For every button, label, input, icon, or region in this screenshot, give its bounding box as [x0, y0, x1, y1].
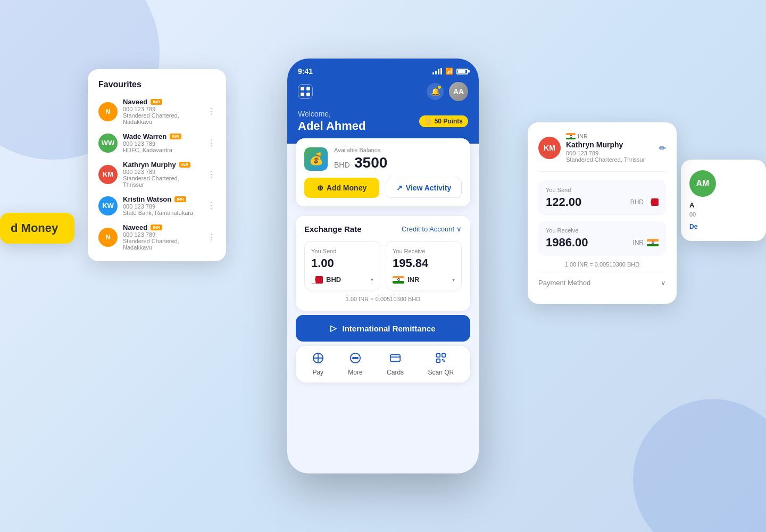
fav-item[interactable]: KM Kathryn Murphy INR 000 123 789 Stande…: [98, 161, 215, 188]
rd-user-avatar: KM: [538, 137, 561, 159]
balance-label: Available Balance: [334, 147, 462, 153]
pay-icon: [312, 352, 324, 367]
fav-name: Naveed: [123, 223, 147, 231]
menu-grid-icon[interactable]: [298, 84, 313, 99]
rd-you-send-value: 122.00: [546, 195, 581, 209]
fav-avatar: N: [98, 228, 118, 247]
bhd-flag-icon: [647, 198, 659, 206]
from-currency-selector[interactable]: BHD ▾: [311, 276, 373, 284]
to-currency-code: INR: [407, 276, 419, 284]
svg-rect-9: [437, 359, 440, 362]
pay-label: Pay: [312, 369, 323, 376]
remittance-button[interactable]: ▷ International Remittance: [296, 315, 470, 342]
scan-label: Scan QR: [428, 369, 454, 376]
fav-name: Kristin Watson: [123, 195, 171, 203]
contact-card-right: AM A 00 De: [681, 160, 766, 241]
user-name: Adel Ahmed: [298, 119, 366, 133]
user-avatar[interactable]: AA: [449, 82, 468, 101]
rd-send-currency: BHD: [630, 198, 644, 206]
nav-item-pay[interactable]: Pay: [312, 352, 324, 376]
bottom-navigation: Pay More Cards: [296, 346, 470, 383]
add-money-label: d Money: [11, 221, 58, 235]
inr-flag-icon: [393, 276, 404, 284]
inr-badge: INR: [170, 134, 181, 139]
svg-rect-8: [442, 354, 445, 357]
nav-item-scan[interactable]: Scan QR: [428, 352, 454, 376]
fav-bank: Standered Chartered, Nadakkavu: [123, 112, 202, 125]
rd-you-receive-value: 1986.00: [546, 236, 588, 250]
cards-icon: [389, 352, 401, 367]
cards-label: Cards: [387, 369, 404, 376]
fav-item[interactable]: KW Kristin Watson INR 000 123 789 State …: [98, 195, 215, 216]
more-label: More: [348, 369, 362, 376]
fav-item[interactable]: N Naveed INR 000 123 789 Standered Chart…: [98, 98, 215, 125]
main-phone: 9:41 📶 🔔 AA: [287, 59, 479, 473]
inr-flag-icon: [647, 239, 659, 246]
points-value: 50 Points: [435, 118, 463, 125]
payment-method-label: Payment Method: [538, 279, 590, 287]
inr-badge: INR: [151, 225, 162, 230]
rd-bank: Standered Chartered, Thrissur: [566, 156, 654, 163]
fav-avatar: KM: [98, 165, 118, 184]
rd-you-receive-label: You Receive: [546, 227, 659, 234]
you-send-box: You Send 1.00 BHD ▾: [304, 241, 380, 290]
fav-account: 000 123 789: [123, 231, 202, 238]
fav-avatar: KW: [98, 196, 118, 215]
more-icon: [349, 352, 361, 367]
payment-method-chevron: ∨: [661, 279, 666, 287]
signal-icon: [432, 68, 442, 74]
fav-item[interactable]: N Naveed INR 000 123 789 Standered Chart…: [98, 223, 215, 251]
svg-point-3: [355, 358, 356, 359]
more-options-icon[interactable]: ⋮: [207, 169, 215, 179]
chevron-down-icon: ▾: [371, 277, 373, 282]
notification-icon[interactable]: 🔔: [427, 83, 444, 100]
inr-badge: INR: [174, 196, 186, 202]
favourites-title: Favourites: [98, 80, 215, 89]
fav-avatar: WW: [98, 134, 118, 153]
rd-user-name: Kathryn Murphy: [566, 140, 654, 149]
status-bar: 9:41 📶: [298, 67, 468, 76]
balance-card: 💰 Available Balance BHD 3500 ⊕ Add Money…: [296, 138, 470, 206]
cr-account: 00: [689, 211, 757, 218]
exchange-section: Exchange Rate Credit to Account ∨ You Se…: [296, 216, 470, 311]
balance-currency: BHD: [334, 161, 350, 169]
rd-you-receive-box: You Receive 1986.00 INR: [538, 221, 666, 256]
wifi-icon: 📶: [445, 68, 453, 75]
scan-icon: [435, 352, 447, 367]
fav-bank: Standered Chartered, Nadakkavu: [123, 238, 202, 251]
favourites-card: Favourites N Naveed INR 000 123 789 Stan…: [88, 69, 226, 261]
rd-exchange-rate: 1.00 INR = 0.00510300 BHD: [538, 261, 666, 268]
fav-item[interactable]: WW Wade Warren INR 000 123 789 HDFC, Kad…: [98, 132, 215, 153]
view-activity-button[interactable]: ↗ View Activity: [386, 178, 462, 198]
nav-item-more[interactable]: More: [348, 352, 362, 376]
svg-point-2: [353, 358, 354, 359]
fav-name: Naveed: [123, 98, 147, 106]
more-options-icon[interactable]: ⋮: [207, 201, 215, 211]
more-options-icon[interactable]: ⋮: [207, 106, 215, 117]
nav-item-cards[interactable]: Cards: [387, 352, 404, 376]
fav-name: Wade Warren: [123, 132, 166, 140]
more-options-icon[interactable]: ⋮: [207, 232, 215, 242]
status-time: 9:41: [298, 67, 313, 76]
svg-rect-7: [437, 354, 440, 357]
fav-bank: State Bank, Ramanatukara: [123, 210, 202, 216]
you-send-value: 1.00: [311, 256, 373, 270]
status-icons: 📶: [432, 68, 468, 75]
fav-bank: Standered Chartered, Thrissur: [123, 175, 202, 188]
top-right-icons: 🔔 AA: [427, 82, 468, 101]
add-money-button[interactable]: ⊕ Add Money: [304, 178, 379, 198]
svg-point-4: [356, 358, 358, 359]
rd-receive-currency: INR: [632, 239, 644, 246]
cr-avatar: AM: [689, 170, 716, 197]
you-send-label: You Send: [311, 248, 373, 254]
cr-name: A: [689, 201, 757, 209]
payment-method-row[interactable]: Payment Method ∨: [538, 272, 666, 293]
credit-account-btn[interactable]: Credit to Account ∨: [402, 225, 462, 233]
cr-link[interactable]: De: [689, 223, 757, 230]
more-options-icon[interactable]: ⋮: [207, 138, 215, 148]
notification-dot: [437, 85, 442, 89]
to-currency-selector[interactable]: INR ▾: [393, 276, 455, 284]
points-badge: 🪙 50 Points: [419, 115, 468, 127]
you-receive-value: 195.84: [393, 256, 455, 270]
edit-icon[interactable]: ✏: [659, 143, 666, 153]
